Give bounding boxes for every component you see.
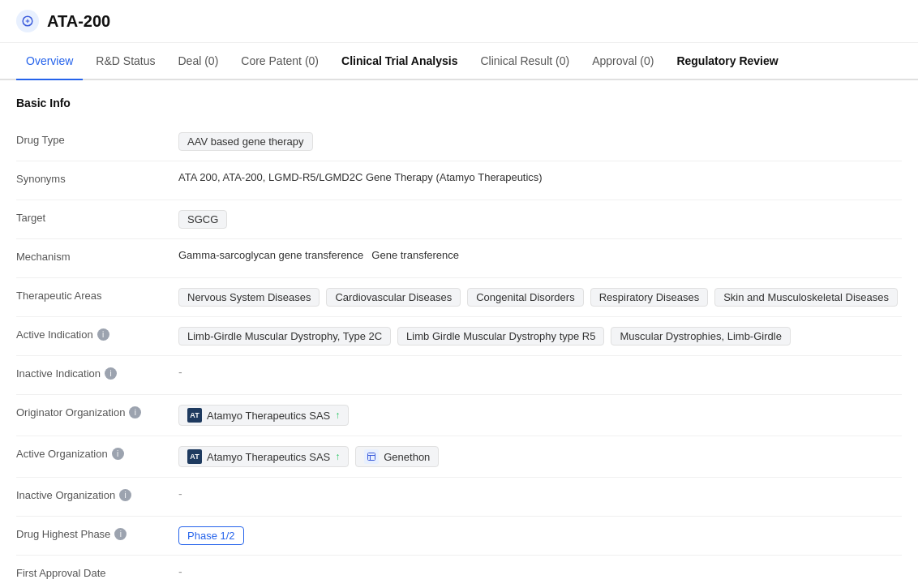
label-first-approval-date: First Approval Date (16, 565, 178, 579)
therapeutic-tag-3: Respiratory Diseases (590, 288, 709, 307)
page-header: ATA-200 (0, 0, 918, 43)
value-drug-type: AAV based gene therapy (178, 132, 902, 151)
navigation-tabs: Overview R&D Status Deal (0) Core Patent… (0, 43, 918, 80)
label-drug-highest-phase: Drug Highest Phase i (16, 526, 178, 540)
tab-clinical-trial[interactable]: Clinical Trial Analysis (332, 43, 467, 80)
value-first-approval-date: - (178, 565, 902, 578)
drug-phase-tag: Phase 1/2 (178, 526, 244, 545)
label-active-org: Active Organization i (16, 446, 178, 460)
label-target: Target (16, 210, 178, 224)
row-inactive-org: Inactive Organization i - (16, 478, 902, 517)
row-synonyms: Synonyms ATA 200, ATA-200, LGMD-R5/LGMD2… (16, 161, 902, 200)
value-inactive-indication: - (178, 366, 902, 379)
row-originator-org: Originator Organization i AT Atamyo Ther… (16, 395, 902, 436)
label-originator-org: Originator Organization i (16, 405, 178, 418)
tab-approval[interactable]: Approval (0) (582, 43, 663, 80)
therapeutic-tag-0: Nervous System Diseases (178, 288, 320, 307)
drug-type-tag: AAV based gene therapy (178, 132, 313, 151)
value-inactive-org: - (178, 487, 902, 500)
label-active-indication: Active Indication i (16, 327, 178, 341)
originator-org-icon-0: AT (187, 408, 202, 423)
active-org-name-0: Atamyo Therapeutics SAS (207, 451, 330, 463)
active-indication-info-icon[interactable]: i (97, 328, 109, 341)
inactive-org-value: - (178, 487, 182, 500)
tab-overview[interactable]: Overview (16, 43, 83, 80)
active-org-arrow-0: ↑ (335, 451, 340, 462)
synonyms-text: ATA 200, ATA-200, LGMD-R5/LGMD2C Gene Th… (178, 171, 543, 183)
tab-clinical-result[interactable]: Clinical Result (0) (470, 43, 579, 80)
tab-regulatory-review[interactable]: Regulatory Review (667, 43, 787, 80)
value-target: SGCG (178, 210, 902, 229)
label-synonyms: Synonyms (16, 171, 178, 185)
main-content: Basic Info Drug Type AAV based gene ther… (0, 80, 918, 588)
first-approval-date-value: - (178, 565, 182, 578)
row-therapeutic-areas: Therapeutic Areas Nervous System Disease… (16, 278, 902, 317)
therapeutic-tag-1: Cardiovascular Diseases (326, 288, 461, 307)
mechanism-part1: Gamma-sarcoglycan gene transference (178, 249, 363, 261)
inactive-indication-info-icon[interactable]: i (105, 367, 117, 380)
drug-phase-info-icon[interactable]: i (114, 528, 127, 540)
value-therapeutic-areas: Nervous System Diseases Cardiovascular D… (178, 288, 902, 307)
originator-org-info-icon[interactable]: i (129, 406, 141, 418)
row-inactive-indication: Inactive Indication i - (16, 356, 902, 395)
mechanism-part2: Gene transference (371, 249, 459, 261)
label-mechanism: Mechanism (16, 249, 178, 263)
page-title: ATA-200 (47, 12, 110, 31)
active-org-icon-0: AT (187, 449, 202, 464)
value-mechanism: Gamma-sarcoglycan gene transference Gene… (178, 249, 902, 261)
value-synonyms: ATA 200, ATA-200, LGMD-R5/LGMD2C Gene Th… (178, 171, 902, 183)
section-basic-info: Basic Info (16, 97, 902, 109)
originator-org-badge-0[interactable]: AT Atamyo Therapeutics SAS ↑ (178, 405, 349, 426)
label-drug-type: Drug Type (16, 132, 178, 146)
svg-rect-0 (368, 453, 375, 461)
tab-rd-status[interactable]: R&D Status (86, 43, 165, 80)
originator-org-arrow-0: ↑ (335, 410, 340, 421)
value-active-org: AT Atamyo Therapeutics SAS ↑ Genethon (178, 446, 902, 467)
row-mechanism: Mechanism Gamma-sarcoglycan gene transfe… (16, 239, 902, 278)
value-active-indication: Limb-Girdle Muscular Dystrophy, Type 2C … (178, 327, 902, 346)
row-drug-type: Drug Type AAV based gene therapy (16, 122, 902, 161)
active-org-icon-1 (364, 449, 379, 464)
value-drug-highest-phase: Phase 1/2 (178, 526, 902, 545)
label-inactive-indication: Inactive Indication i (16, 366, 178, 380)
indication-tag-2: Muscular Dystrophies, Limb-Girdle (611, 327, 790, 346)
target-tag: SGCG (178, 210, 227, 229)
active-org-badge-1[interactable]: Genethon (355, 446, 439, 467)
label-therapeutic-areas: Therapeutic Areas (16, 288, 178, 302)
therapeutic-tag-4: Skin and Musculoskeletal Diseases (714, 288, 898, 307)
active-org-name-1: Genethon (384, 451, 430, 463)
drug-icon (16, 10, 39, 32)
indication-tag-0: Limb-Girdle Muscular Dystrophy, Type 2C (178, 327, 391, 346)
inactive-indication-value: - (178, 366, 182, 379)
row-target: Target SGCG (16, 200, 902, 239)
label-inactive-org: Inactive Organization i (16, 487, 178, 501)
tab-core-patent[interactable]: Core Patent (0) (231, 43, 328, 80)
row-first-approval-date: First Approval Date - (16, 556, 902, 588)
mechanism-text: Gamma-sarcoglycan gene transference Gene… (178, 249, 459, 261)
active-org-info-icon[interactable]: i (112, 448, 124, 460)
inactive-org-info-icon[interactable]: i (119, 489, 131, 501)
row-active-org: Active Organization i AT Atamyo Therapeu… (16, 436, 902, 478)
indication-tag-1: Limb Girdle Muscular Dystrophy type R5 (397, 327, 604, 346)
therapeutic-tag-2: Congenital Disorders (467, 288, 583, 307)
tab-deal[interactable]: Deal (0) (169, 43, 229, 80)
row-drug-highest-phase: Drug Highest Phase i Phase 1/2 (16, 517, 902, 556)
row-active-indication: Active Indication i Limb-Girdle Muscular… (16, 317, 902, 356)
active-org-badge-0[interactable]: AT Atamyo Therapeutics SAS ↑ (178, 446, 349, 467)
originator-org-name-0: Atamyo Therapeutics SAS (207, 410, 330, 422)
value-originator-org: AT Atamyo Therapeutics SAS ↑ (178, 405, 902, 426)
